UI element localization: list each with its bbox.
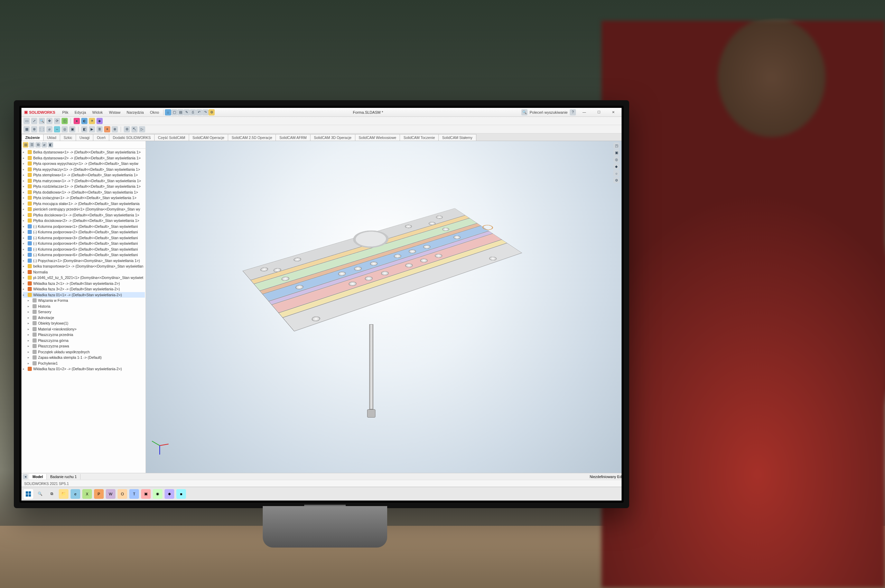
hide-show-icon[interactable]: ◎	[613, 156, 620, 162]
tree-item[interactable]: ▸Płyta rozdzielacza<1> -> (Default<<Defa…	[23, 183, 145, 189]
apply-scene-icon[interactable]: ☼	[613, 170, 620, 176]
start-button[interactable]	[24, 489, 33, 499]
menu-plik[interactable]: Plik	[60, 109, 71, 116]
ribbon-tab[interactable]: Układ	[43, 134, 60, 141]
ribbon-tab[interactable]: SolidCAM Operacje	[189, 134, 228, 141]
ribbon-tab[interactable]: SolidCAM Wieloosiowe	[355, 134, 400, 141]
new-motion-icon[interactable]: ▶	[89, 126, 95, 132]
search-hint[interactable]: Poleceń wyszukiwanie	[530, 110, 568, 114]
open-icon[interactable]: ▤	[177, 109, 184, 116]
print-icon[interactable]: ⎙	[190, 109, 196, 116]
tree-item[interactable]: ▸Płyta mocująca stała<1> -> (Default<<De…	[23, 201, 145, 207]
cam-tool-icon[interactable]: ⛏	[131, 126, 138, 132]
move-component-icon[interactable]: ↔	[54, 126, 60, 132]
powerpoint-icon[interactable]: P	[94, 489, 104, 499]
tree-item[interactable]: ▸Wkładka faza 01<2> -> (Default<Stan wyś…	[23, 366, 145, 372]
appearance-icon[interactable]: ●	[74, 118, 80, 124]
tree-item[interactable]: ▸Płytka dociskowa<1> -> (Default<<Defaul…	[23, 212, 145, 218]
section-icon[interactable]: ◫	[62, 118, 68, 124]
tree-item[interactable]: ▸Historia	[23, 303, 145, 309]
edge-icon[interactable]: e	[70, 489, 80, 499]
exploded-view-icon[interactable]: ✶	[104, 126, 110, 132]
teams-icon[interactable]: T	[129, 489, 139, 499]
redo-icon[interactable]: ↷	[202, 109, 208, 116]
task-view-icon[interactable]: ⧉	[47, 489, 57, 499]
tree-item[interactable]: ▸(-) Kolumna podporowa<3> (Default<<Defa…	[23, 235, 145, 241]
pattern-icon[interactable]: ⋮⋮	[39, 126, 45, 132]
view-settings-icon[interactable]: ⚙	[613, 177, 620, 183]
property-manager-icon[interactable]: ☰	[29, 142, 34, 148]
tree-item[interactable]: ▸Materiał <nieokreślony>	[23, 326, 145, 332]
interference-icon[interactable]: ⊗	[112, 126, 118, 132]
bottom-tab[interactable]: Model	[29, 474, 46, 480]
feature-tree[interactable]: ▸Belka dystansowa<1> -> (Default<<Defaul…	[21, 148, 146, 473]
orientation-triad[interactable]	[149, 435, 170, 456]
display-style-icon[interactable]: ▣	[613, 149, 620, 156]
tree-item[interactable]: ▸Wkładka faza 3<2> -> (Default<Stan wyśw…	[23, 286, 145, 292]
app-icon[interactable]: ◆	[165, 489, 174, 499]
menu-widok[interactable]: Widok	[90, 109, 106, 116]
tree-item[interactable]: ▸Płyta matrycowa<1> -> ? (Default<<Defau…	[23, 178, 145, 184]
tree-item[interactable]: ▸(-) Popychacz<1> (Domyślna<<Domyślna>_S…	[23, 258, 145, 264]
reference-geom-icon[interactable]: ◧	[81, 126, 87, 132]
ribbon-tab[interactable]: SolidCAM Stałemy	[438, 134, 476, 141]
bom-icon[interactable]: ≣	[96, 126, 103, 132]
bottom-tab[interactable]: Badanie ruchu 1	[46, 474, 80, 480]
tree-item[interactable]: ▸Płyta izolacyjna<1> -> (Default<<Defaul…	[23, 195, 145, 201]
menu-narzędzia[interactable]: Narzędzia	[124, 109, 147, 116]
search-icon[interactable]: 🔍	[521, 109, 528, 116]
tree-item[interactable]: ▸Płyta oporowa wypychaczy<1> -> (Default…	[23, 161, 145, 166]
tree-item[interactable]: ▸Początek układu współrzędnych	[23, 349, 145, 355]
tree-item[interactable]: ▸(-) Kolumna podporowa<4> (Default<<Defa…	[23, 241, 145, 246]
excel-icon[interactable]: X	[82, 489, 92, 499]
menu-wstaw[interactable]: Wstaw	[106, 109, 123, 116]
cam-icon[interactable]: ⚙	[124, 126, 130, 132]
tree-item[interactable]: ▸Obiekty bryłowe(1)	[23, 321, 145, 326]
options-icon[interactable]: ⚙	[208, 109, 214, 116]
ribbon-tab[interactable]: Uwagi	[76, 134, 93, 141]
mate-icon[interactable]: ⊕	[31, 126, 38, 132]
save-icon[interactable]: ✎	[184, 109, 190, 116]
tree-item[interactable]: ▸Pochylenie1	[23, 360, 145, 366]
taskbar-search-icon[interactable]: 🔍	[35, 489, 45, 499]
ribbon-tab[interactable]: SolidCAM 3D Operacje	[310, 134, 356, 141]
tree-item[interactable]: ▸(-) Kolumna podporowa<6> (Default<<Defa…	[23, 252, 145, 258]
graphics-viewport[interactable]: ◳ ▣ ◎ ◆ ☼ ⚙	[146, 141, 622, 473]
tree-item[interactable]: ▸Belka dystansowa<1> -> (Default<<Defaul…	[23, 149, 145, 155]
tree-item[interactable]: ▸Płaszczyzna górna	[23, 338, 145, 344]
tab-scroll-left-icon[interactable]: ◂	[23, 474, 28, 479]
home-icon[interactable]: ⌂	[165, 109, 171, 116]
menu-okno[interactable]: Okno	[147, 109, 162, 116]
show-hidden-icon[interactable]: ◎	[62, 126, 68, 132]
assembly-feature-icon[interactable]: ▣	[69, 126, 75, 132]
tree-item[interactable]: ▸belka transportowa<1> -> (Domyślna<<Dom…	[23, 263, 145, 269]
tree-item[interactable]: ▸Normalia	[23, 269, 145, 275]
tree-item[interactable]: ▸Wiązania w Forma	[23, 298, 145, 303]
tree-item[interactable]: ▸Płaszczyzna przednia	[23, 332, 145, 338]
tree-item[interactable]: ▸Płyta stemplowa<1> -> (Default<<Default…	[23, 172, 145, 178]
help-icon[interactable]: ?	[570, 109, 576, 116]
undo-icon[interactable]: ↶	[196, 109, 202, 116]
word-icon[interactable]: W	[106, 489, 116, 499]
window-minimize[interactable]: —	[578, 109, 591, 116]
file-explorer-icon[interactable]: 📁	[59, 489, 69, 499]
tree-item[interactable]: ▸(-) Kolumna podporowa<5> (Default<<Defa…	[23, 246, 145, 252]
tree-item[interactable]: ▸pl-1646_v02_kz_5_2021<1> (Domyślna<<Dom…	[23, 275, 145, 281]
tree-item[interactable]: ▸(-) Kolumna podporowa<1> (Default<<Defa…	[23, 224, 145, 230]
tree-item[interactable]: ▸Wkładka faza 01<1> -> (Default<Stan wyś…	[23, 292, 145, 298]
ribbon-tab[interactable]: SolidCAM Toczenie	[400, 134, 439, 141]
ribbon-tab[interactable]: SolidCAM 2.5D Operacje	[228, 134, 276, 141]
tree-item[interactable]: ▸(-) Kolumna podporowa<2> (Default<<Defa…	[23, 229, 145, 235]
cam-sim-icon[interactable]: ▷	[139, 126, 145, 132]
zoom-icon[interactable]: 🔍	[39, 118, 45, 124]
display-manager-icon[interactable]: ◧	[48, 142, 53, 148]
render-icon[interactable]: ◆	[96, 118, 103, 124]
new-icon[interactable]: ▢	[171, 109, 177, 116]
dim-manager-icon[interactable]: ⌀	[42, 142, 47, 148]
tree-item[interactable]: ▸Adnotacje	[23, 315, 145, 321]
select-icon[interactable]: ▭	[24, 118, 30, 124]
ribbon-tab[interactable]: Część SolidCAM	[154, 134, 189, 141]
scene-icon[interactable]: ☀	[89, 118, 95, 124]
app2-icon[interactable]: ■	[176, 489, 186, 499]
tree-item[interactable]: ▸pierścień centrujący przedni<1> (Domyśl…	[23, 206, 145, 212]
